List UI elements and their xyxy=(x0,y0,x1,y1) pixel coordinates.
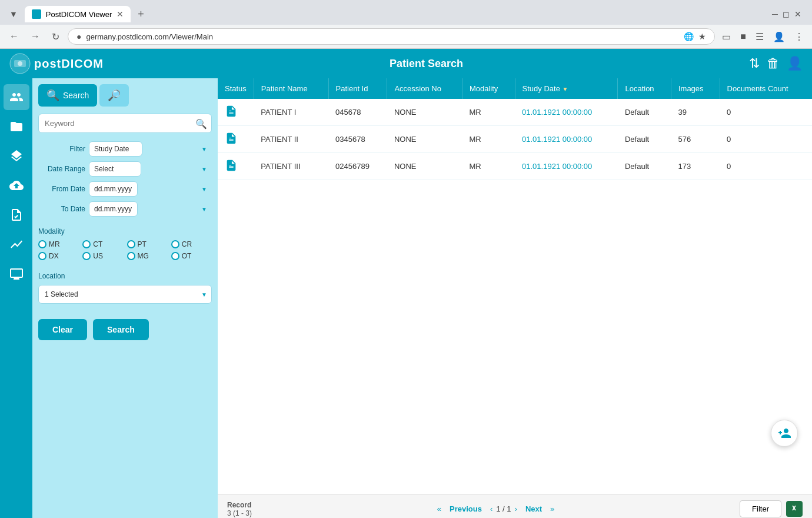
sidebar-item-folder[interactable] xyxy=(4,114,29,140)
tab-title: PostDICOM Viewer xyxy=(46,10,112,19)
bookmark-icon[interactable]: ★ xyxy=(698,32,706,41)
modality-ct[interactable]: CT xyxy=(82,240,123,248)
table-row[interactable]: PATIENT I 045678 NONE MR 01.01.1921 00:0… xyxy=(218,99,812,126)
location-label: Location xyxy=(38,272,212,280)
location-select[interactable]: 1 Selected xyxy=(38,285,212,304)
cell-location-0: Default xyxy=(618,99,671,126)
cell-accession-no-1: NONE xyxy=(387,126,462,153)
trash-icon[interactable]: 🗑 xyxy=(767,56,780,71)
filter-select-arrow: ▼ xyxy=(201,146,207,152)
keyword-input[interactable] xyxy=(38,114,212,133)
date-range-select-arrow: ▼ xyxy=(201,166,207,172)
sidebar-item-analytics[interactable] xyxy=(4,231,29,257)
sidebar-toggle-icon[interactable]: ☰ xyxy=(753,29,766,45)
col-header-modality[interactable]: Modality xyxy=(462,78,515,99)
next-arrow[interactable]: › xyxy=(515,504,517,513)
radio-mg[interactable] xyxy=(127,252,135,260)
tab-advanced-search[interactable]: 🔎 xyxy=(99,84,129,107)
reload-button[interactable]: ↻ xyxy=(48,29,63,45)
tab-search[interactable]: 🔍 Search xyxy=(38,84,97,107)
modality-section: Modality MR CT PT xyxy=(38,227,212,260)
table-row[interactable]: PATIENT II 0345678 NONE MR 01.01.1921 00… xyxy=(218,126,812,153)
modality-pt[interactable]: PT xyxy=(127,240,168,248)
modality-us-label: US xyxy=(93,252,103,260)
from-date-label: From Date xyxy=(38,185,85,193)
table-row[interactable]: PATIENT III 02456789 NONE MR 01.01.1921 … xyxy=(218,153,812,180)
table-footer: Record 3 (1 - 3) « Previous ‹ 1 / 1 › Ne… xyxy=(218,494,812,518)
add-patient-fab[interactable] xyxy=(771,420,798,447)
forward-button[interactable]: → xyxy=(27,29,44,44)
close-window-button[interactable]: ✕ xyxy=(794,9,801,19)
date-range-select[interactable]: Select Today Last 7 Days Last 30 Days Cu… xyxy=(89,161,141,177)
user-icon[interactable]: 👤 xyxy=(787,56,803,71)
page-title: Patient Search xyxy=(104,58,749,70)
excel-icon[interactable] xyxy=(786,501,803,517)
tab-favicon xyxy=(32,9,41,19)
radio-cr[interactable] xyxy=(171,240,179,248)
advanced-search-icon: 🔎 xyxy=(108,89,121,102)
clear-button[interactable]: Clear xyxy=(38,319,87,340)
sidebar-item-upload[interactable] xyxy=(4,172,29,198)
col-header-location[interactable]: Location xyxy=(618,78,671,99)
next-button[interactable]: Next xyxy=(521,502,547,516)
tab-close-button[interactable]: ✕ xyxy=(117,9,124,19)
search-button[interactable]: Search xyxy=(93,319,149,340)
col-header-patient-id[interactable]: Patient Id xyxy=(328,78,387,99)
table-header-row: Status Patient Name Patient Id Accession… xyxy=(218,78,812,99)
col-header-images[interactable]: Images xyxy=(671,78,720,99)
cell-patient-name-2: PATIENT III xyxy=(254,153,328,180)
radio-dx[interactable] xyxy=(38,252,46,260)
col-header-patient-name[interactable]: Patient Name xyxy=(254,78,328,99)
previous-button[interactable]: Previous xyxy=(445,502,487,516)
extensions-icon[interactable]: ■ xyxy=(738,29,748,44)
maximize-button[interactable]: ◻ xyxy=(783,9,790,19)
radio-mr[interactable] xyxy=(38,240,46,248)
search-tab-icon: 🔍 xyxy=(46,89,59,102)
prev-arrow[interactable]: ‹ xyxy=(490,504,492,513)
modality-cr[interactable]: CR xyxy=(171,240,212,248)
table-scroll-area[interactable]: Status Patient Name Patient Id Accession… xyxy=(218,78,812,494)
cell-images-2: 173 xyxy=(671,153,720,180)
translate-icon[interactable]: 🌐 xyxy=(684,32,694,41)
to-date-select[interactable]: dd.mm.yyyy xyxy=(89,201,138,217)
modality-pt-label: PT xyxy=(138,240,147,248)
modality-ot[interactable]: OT xyxy=(171,252,212,260)
screen-cast-icon[interactable]: ▭ xyxy=(720,29,733,45)
col-header-documents-count[interactable]: Documents Count xyxy=(720,78,812,99)
to-date-label: To Date xyxy=(38,205,85,213)
sidebar-item-report-search[interactable] xyxy=(4,202,29,228)
filter-select[interactable]: Study Date Patient Name Patient ID xyxy=(89,141,142,157)
col-header-status[interactable]: Status xyxy=(218,78,254,99)
sidebar-item-monitor[interactable] xyxy=(4,261,29,287)
new-tab-button[interactable]: + xyxy=(133,6,149,23)
from-date-select[interactable]: dd.mm.yyyy xyxy=(89,181,138,197)
record-range: 3 (1 - 3) xyxy=(227,509,252,517)
radio-ot[interactable] xyxy=(171,252,179,260)
radio-pt[interactable] xyxy=(127,240,135,248)
cell-study-date-2: 01.01.1921 00:00:00 xyxy=(515,153,618,180)
main-content: Status Patient Name Patient Id Accession… xyxy=(218,78,812,518)
modality-grid: MR CT PT CR xyxy=(38,240,212,260)
filter-button[interactable]: Filter xyxy=(740,500,781,517)
back-button[interactable]: ← xyxy=(6,29,22,44)
modality-us[interactable]: US xyxy=(82,252,123,260)
col-header-accession-no[interactable]: Accession No xyxy=(387,78,462,99)
sidebar-item-patients[interactable] xyxy=(4,84,29,110)
logo-text: postDICOM xyxy=(34,57,104,71)
prev-double-arrow: « xyxy=(437,504,441,513)
tab-dropdown[interactable]: ▼ xyxy=(5,7,22,21)
profile-icon[interactable]: 👤 xyxy=(771,29,787,45)
modality-mr[interactable]: MR xyxy=(38,240,79,248)
radio-us[interactable] xyxy=(82,252,91,260)
sidebar-item-layers[interactable] xyxy=(4,143,29,169)
modality-mg[interactable]: MG xyxy=(127,252,168,260)
keyword-search-icon[interactable]: 🔍 xyxy=(195,118,207,129)
menu-icon[interactable]: ⋮ xyxy=(792,29,806,45)
radio-ct[interactable] xyxy=(82,240,91,248)
col-header-study-date[interactable]: Study Date ▼ xyxy=(515,78,618,99)
sort-icon[interactable]: ⇅ xyxy=(749,56,760,71)
modality-dx[interactable]: DX xyxy=(38,252,79,260)
address-bar[interactable]: ● germany.postdicom.com/Viewer/Main 🌐 ★ xyxy=(68,28,715,45)
cell-accession-no-2: NONE xyxy=(387,153,462,180)
minimize-button[interactable]: ─ xyxy=(772,9,778,19)
